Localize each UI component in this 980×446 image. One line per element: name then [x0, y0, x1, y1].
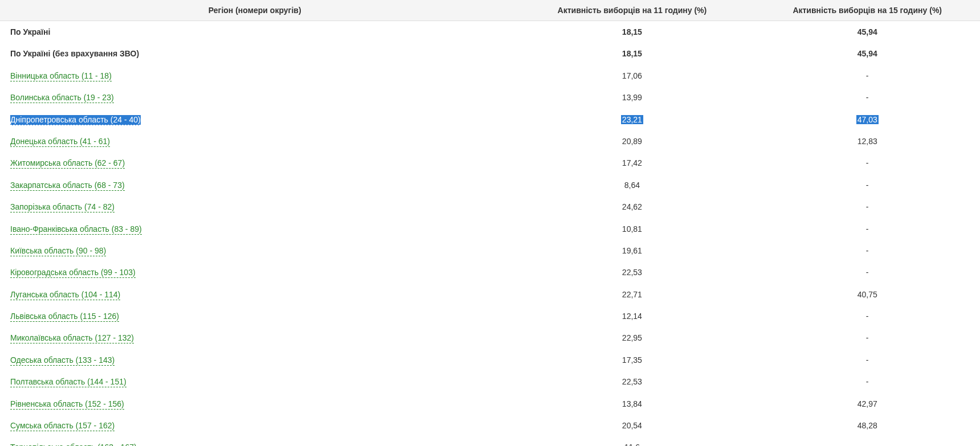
turnout-15h-cell: 45,94 — [754, 43, 980, 64]
table-row: Кіровоградська область (99 - 103)22,53- — [0, 261, 980, 283]
turnout-15h-cell: - — [754, 261, 980, 283]
region-label: По Україні (без врахування ЗВО) — [10, 49, 139, 58]
region-link[interactable]: Миколаївська область (127 - 132) — [10, 333, 134, 343]
turnout-15h-value: 48,28 — [858, 421, 877, 430]
turnout-15h-value: - — [866, 224, 869, 234]
turnout-11h-cell: 22,71 — [509, 284, 754, 305]
region-cell: Київська область (90 - 98) — [0, 240, 509, 261]
region-cell: Кіровоградська область (99 - 103) — [0, 261, 509, 283]
turnout-15h-value: 12,83 — [858, 137, 877, 146]
turnout-15h-value: - — [866, 355, 869, 365]
turnout-11h-cell: 18,15 — [509, 21, 754, 43]
turnout-11h-cell: 20,54 — [509, 415, 754, 436]
region-link[interactable]: Житомирська область (62 - 67) — [10, 158, 125, 169]
turnout-11h-value: 22,53 — [622, 377, 642, 386]
table-row: Донецька область (41 - 61)20,8912,83 — [0, 130, 980, 152]
table-row: Київська область (90 - 98)19,61- — [0, 240, 980, 261]
table-row: Львівська область (115 - 126)12,14- — [0, 305, 980, 327]
region-cell: Івано-Франківська область (83 - 89) — [0, 218, 509, 240]
turnout-15h-value: - — [866, 71, 869, 80]
region-link[interactable]: Тернопільська область (163 - 167) — [10, 443, 137, 446]
turnout-15h-value: 47,03 — [856, 115, 879, 124]
region-link[interactable]: Кіровоградська область (99 - 103) — [10, 268, 136, 278]
turnout-11h-cell: 13,84 — [509, 393, 754, 415]
table-row: Тернопільська область (163 - 167)11,6- — [0, 436, 980, 446]
table-row: Полтавська область (144 - 151)22,53- — [0, 371, 980, 392]
turnout-15h-cell: 45,94 — [754, 21, 980, 43]
turnout-11h-value: 20,54 — [622, 421, 642, 430]
region-link[interactable]: Вінницька область (11 - 18) — [10, 71, 112, 81]
region-link[interactable]: Волинська область (19 - 23) — [10, 93, 114, 103]
turnout-15h-value: - — [866, 377, 869, 386]
region-cell: Запорізька область (74 - 82) — [0, 196, 509, 218]
region-link[interactable]: Дніпропетровська область (24 - 40) — [10, 115, 141, 125]
table-row: Житомирська область (62 - 67)17,42- — [0, 152, 980, 174]
region-cell: По Україні (без врахування ЗВО) — [0, 43, 509, 64]
region-link[interactable]: Київська область (90 - 98) — [10, 246, 106, 256]
turnout-11h-cell: 19,61 — [509, 240, 754, 261]
region-link[interactable]: Закарпатська область (68 - 73) — [10, 181, 125, 191]
turnout-11h-cell: 12,14 — [509, 305, 754, 327]
region-cell: Сумська область (157 - 162) — [0, 415, 509, 436]
header-region: Регіон (номери округів) — [0, 0, 509, 21]
table-header-row: Регіон (номери округів) Активність вибор… — [0, 0, 980, 21]
region-link[interactable]: Полтавська область (144 - 151) — [10, 377, 126, 387]
region-cell: Одеська область (133 - 143) — [0, 349, 509, 371]
turnout-11h-cell: 22,53 — [509, 371, 754, 392]
region-cell: Рівненська область (152 - 156) — [0, 393, 509, 415]
region-cell: Луганська область (104 - 114) — [0, 284, 509, 305]
table-row: Івано-Франківська область (83 - 89)10,81… — [0, 218, 980, 240]
turnout-15h-value: 45,94 — [858, 49, 877, 58]
region-link[interactable]: Рівненська область (152 - 156) — [10, 399, 124, 410]
region-cell: По Україні — [0, 21, 509, 43]
turnout-11h-cell: 17,35 — [509, 349, 754, 371]
turnout-11h-value: 13,84 — [622, 399, 642, 408]
turnout-15h-cell: - — [754, 305, 980, 327]
turnout-15h-cell: 40,75 — [754, 284, 980, 305]
region-link[interactable]: Одеська область (133 - 143) — [10, 355, 115, 366]
turnout-11h-cell: 11,6 — [509, 436, 754, 446]
table-row: Луганська область (104 - 114)22,7140,75 — [0, 284, 980, 305]
region-link[interactable]: Івано-Франківська область (83 - 89) — [10, 224, 142, 235]
region-cell: Львівська область (115 - 126) — [0, 305, 509, 327]
turnout-15h-cell: - — [754, 240, 980, 261]
region-cell: Тернопільська область (163 - 167) — [0, 436, 509, 446]
turnout-11h-value: 17,06 — [622, 71, 642, 80]
turnout-15h-value: - — [866, 202, 869, 211]
region-cell: Полтавська область (144 - 151) — [0, 371, 509, 392]
turnout-11h-cell: 23,21 — [509, 109, 754, 130]
turnout-11h-value: 18,15 — [622, 49, 642, 58]
turnout-11h-cell: 17,06 — [509, 65, 754, 87]
region-link[interactable]: Сумська область (157 - 162) — [10, 421, 115, 431]
region-cell: Волинська область (19 - 23) — [0, 87, 509, 108]
region-link[interactable]: Донецька область (41 - 61) — [10, 137, 110, 147]
turnout-15h-value: - — [866, 158, 869, 167]
table-row: По Україні (без врахування ЗВО)18,1545,9… — [0, 43, 980, 64]
turnout-11h-cell: 24,62 — [509, 196, 754, 218]
header-11h: Активність виборців на 11 годину (%) — [509, 0, 754, 21]
header-15h: Активність виборців на 15 годину (%) — [754, 0, 980, 21]
turnout-11h-value: 17,35 — [622, 355, 642, 365]
turnout-15h-cell: - — [754, 436, 980, 446]
turnout-15h-cell: - — [754, 174, 980, 196]
turnout-11h-value: 18,15 — [622, 27, 642, 36]
turnout-11h-value: 19,61 — [622, 246, 642, 255]
turnout-11h-value: 10,81 — [622, 224, 642, 234]
table-row: Сумська область (157 - 162)20,5448,28 — [0, 415, 980, 436]
turnout-15h-value: - — [866, 312, 869, 321]
region-link[interactable]: Луганська область (104 - 114) — [10, 290, 120, 300]
region-label: По Україні — [10, 27, 50, 36]
region-link[interactable]: Запорізька область (74 - 82) — [10, 202, 115, 212]
region-link[interactable]: Львівська область (115 - 126) — [10, 312, 119, 322]
turnout-11h-cell: 17,42 — [509, 152, 754, 174]
region-cell: Житомирська область (62 - 67) — [0, 152, 509, 174]
region-cell: Миколаївська область (127 - 132) — [0, 327, 509, 349]
turnout-15h-cell: - — [754, 349, 980, 371]
turnout-15h-value: - — [866, 268, 869, 277]
turnout-15h-cell: 48,28 — [754, 415, 980, 436]
table-row: Рівненська область (152 - 156)13,8442,97 — [0, 393, 980, 415]
turnout-15h-cell: - — [754, 371, 980, 392]
turnout-11h-value: 24,62 — [622, 202, 642, 211]
turnout-15h-value: 40,75 — [858, 290, 877, 299]
turnout-15h-value: 45,94 — [858, 27, 877, 36]
